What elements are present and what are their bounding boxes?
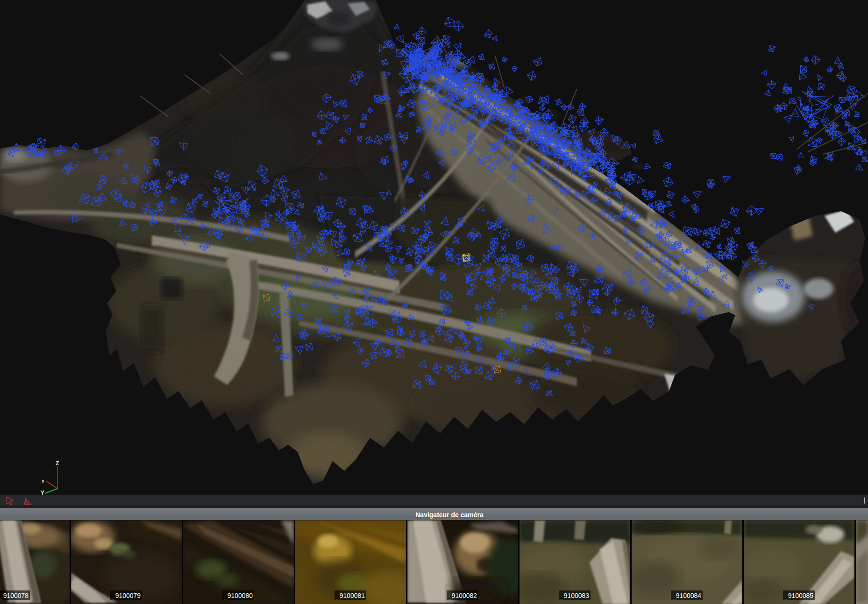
svg-text:x: x — [42, 478, 44, 483]
svg-text:_9100080: _9100080 — [223, 592, 253, 599]
svg-text:_9100084: _9100084 — [672, 592, 702, 599]
svg-text:Navigateur de caméra: Navigateur de caméra — [415, 511, 484, 519]
svg-text:_9100079: _9100079 — [111, 592, 141, 599]
svg-text:_9100082: _9100082 — [448, 592, 477, 599]
svg-text:Z: Z — [56, 460, 59, 467]
svg-text:_9100085: _9100085 — [784, 592, 814, 599]
svg-text:_9100078: _9100078 — [0, 592, 28, 599]
svg-text:_9100081: _9100081 — [335, 592, 365, 599]
svg-text:_9100083: _9100083 — [560, 592, 590, 599]
